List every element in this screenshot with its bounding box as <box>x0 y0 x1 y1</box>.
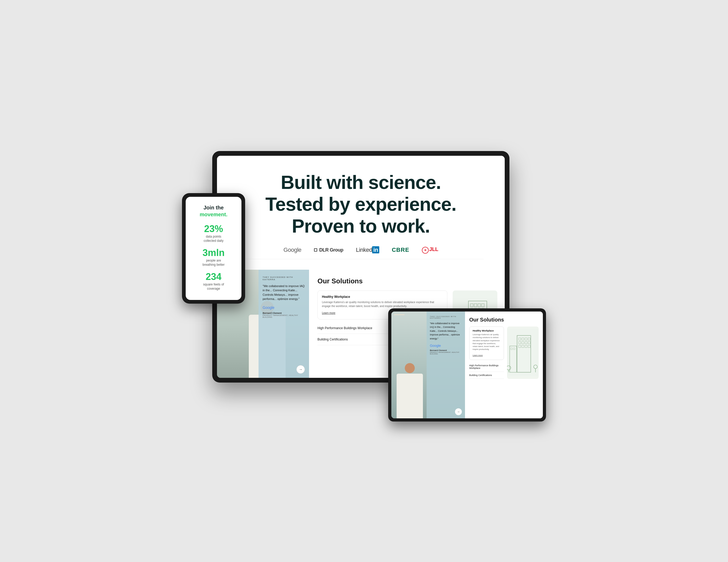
solution-card-title: Healthy Workplace <box>322 295 443 299</box>
tablet-solution-building-certifications: Building Certifications <box>469 372 504 379</box>
logo-jll: ⊚JLL <box>422 246 438 253</box>
testimonial-person-role: PRODUCT MANAGEMENT, HEALTHY BUILDING <box>263 315 305 318</box>
hero-line-2: Tested by experience. <box>265 194 456 215</box>
hero-title: Built with science. Tested by experience… <box>238 171 484 237</box>
testimonial-overlay: THEY SUCCEEDED WITH KAITERRA "We collabo… <box>259 270 309 378</box>
hero-line-1: Built with science. <box>281 172 441 193</box>
stat-number-people: 3mln <box>192 248 235 257</box>
logos-row: Google DLR Group Linkedin CBRE ⊚JLL <box>238 246 484 259</box>
tablet-next-arrow[interactable]: → <box>455 408 462 415</box>
testimonial-quote: "We collaborated to improve IAQ in the..… <box>263 284 305 301</box>
stat-item-percent: 23% data pointscollected daily <box>192 224 235 243</box>
tablet-solution-high-performance: High Performance Buildings Workplace <box>469 362 504 372</box>
tablet-card-link[interactable]: Learn more <box>473 354 483 357</box>
tablet-solutions-title: Our Solutions <box>469 317 539 323</box>
phone-movement-text: movement. <box>200 211 227 217</box>
logo-linkedin: Linkedin <box>356 246 379 253</box>
stat-number-percent: 23% <box>192 224 235 234</box>
logo-cbre: CBRE <box>392 246 409 253</box>
stat-number-sqft: 234 <box>192 272 235 282</box>
testimonial-label: THEY SUCCEEDED WITH KAITERRA <box>263 276 305 281</box>
testimonial-company: Google <box>263 306 305 310</box>
tablet-person-role: PRODUCT MANAGEMENT, HEALTHY BUILDING <box>430 352 462 355</box>
stat-label-percent: data pointscollected daily <box>192 235 235 243</box>
tablet-screen: THEY SUCCEEDED WITH KAITERRA "We collabo… <box>391 312 543 418</box>
stat-label-sqft: square feets ofcoverage <box>192 283 235 291</box>
phone-screen: Join the movement. 23% data pointscollec… <box>186 197 241 300</box>
tablet-label: THEY SUCCEEDED WITH KAITERRA <box>430 316 462 319</box>
solution-card-link[interactable]: Learn more <box>322 312 335 315</box>
scene: Built with science. Tested by experience… <box>182 140 546 422</box>
tablet-card-desc: Leverage Kaiterra's air quality monitori… <box>473 333 501 351</box>
solution-card-desc: Leverage Kaiterra's air quality monitori… <box>322 300 443 308</box>
stat-item-people: 3mln people arebreathing better <box>192 248 235 267</box>
phone-join-text: Join the movement. <box>192 204 235 218</box>
tablet-device: THEY SUCCEEDED WITH KAITERRA "We collabo… <box>388 309 546 422</box>
tablet-card-title: Healthy Workplace <box>473 330 501 332</box>
hero-section: Built with science. Tested by experience… <box>217 156 505 270</box>
solutions-title: Our Solutions <box>317 277 497 285</box>
svg-rect-27 <box>507 329 539 376</box>
hero-line-3: Proven to work. <box>292 215 430 236</box>
stat-label-people: people arebreathing better <box>192 258 235 267</box>
tablet-quote: "We collaborated to improve IAQ in the..… <box>430 322 462 341</box>
testimonial-person-name: Bernard Clement <box>263 312 305 315</box>
tablet-google-logo: Google <box>430 344 462 348</box>
stat-item-sqft: 234 square feets ofcoverage <box>192 272 235 291</box>
tablet-testimonial-overlay: THEY SUCCEEDED WITH KAITERRA "We collabo… <box>427 312 465 418</box>
tablet-solution-card-healthy: Healthy Workplace Leverage Kaiterra's ai… <box>469 327 504 360</box>
tablet-right: Our Solutions Healthy Workplace Leverage… <box>465 312 543 418</box>
logo-google: Google <box>284 246 301 253</box>
tablet-building-sketch <box>507 327 539 379</box>
phone-join-line1: Join the <box>204 205 224 210</box>
phone-device: Join the movement. 23% data pointscollec… <box>182 193 245 304</box>
tablet-building-svg <box>507 329 539 376</box>
tablet-left: THEY SUCCEEDED WITH KAITERRA "We collabo… <box>391 312 465 418</box>
tablet-solutions-list: Healthy Workplace Leverage Kaiterra's ai… <box>469 327 504 379</box>
logo-dlr: DLR Group <box>314 247 343 253</box>
tablet-solutions-content: Healthy Workplace Leverage Kaiterra's ai… <box>469 327 539 379</box>
tablet-person-name: Bernard Clement <box>430 349 462 352</box>
next-arrow-button[interactable]: → <box>296 365 305 374</box>
tablet-photo-bg: THEY SUCCEEDED WITH KAITERRA "We collabo… <box>391 312 465 418</box>
